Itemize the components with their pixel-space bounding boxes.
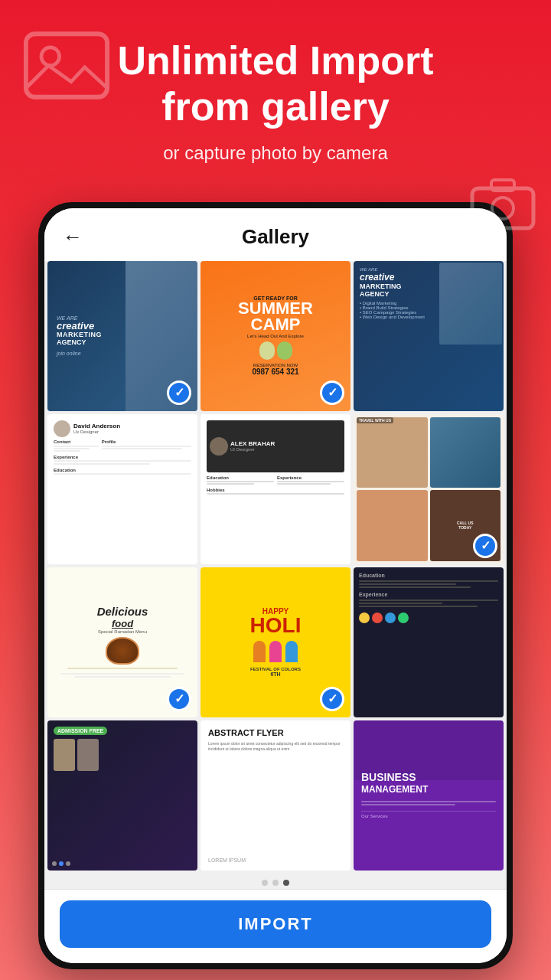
gallery-title: Gallery — [242, 225, 309, 249]
agency-label-1: AGENCY — [57, 338, 86, 346]
holi-figure-2 — [269, 641, 282, 662]
alex-name: ALEX BRAHAR — [230, 440, 275, 447]
david-role: Ux Designer — [73, 430, 120, 434]
svg-rect-0 — [26, 34, 107, 97]
gallery-header: ← Gallery — [44, 208, 507, 261]
bottom-dot-2 — [59, 861, 64, 866]
grid-item-business[interactable]: BUSINESS MANAGEMENT Our Services — [354, 720, 504, 871]
back-button[interactable]: ← — [63, 225, 83, 249]
gallery-grid: WE ARE creative MARKETING AGENCY join on… — [44, 261, 507, 874]
biz-line-2 — [361, 804, 455, 805]
skill-dot-1 — [359, 612, 370, 623]
grid-item-marketing-2[interactable]: WE ARE creative MARKETING AGENCY • Digit… — [354, 261, 504, 411]
resume-line-1 — [359, 580, 498, 582]
experience-label-2: Experience — [277, 475, 344, 480]
import-button[interactable]: IMPORT — [60, 900, 491, 948]
dots-indicator — [44, 874, 507, 889]
phone-inner: ← Gallery WE ARE creative MARKETING AGEN… — [44, 208, 507, 963]
travel-label: TRAVEL WITH US — [357, 417, 393, 423]
camp-label: CAMP — [251, 317, 301, 333]
management-label: MANAGEMENT — [361, 784, 496, 795]
experience-label-1: Experience — [54, 455, 191, 459]
gallery-bg-icon-left — [21, 29, 112, 102]
phone-mockup: ← Gallery WE ARE creative MARKETING AGEN… — [38, 202, 513, 969]
bowl-icon — [106, 637, 139, 665]
resume-line-5 — [359, 603, 442, 604]
dot-1 — [262, 880, 268, 886]
svg-point-1 — [41, 47, 60, 66]
skill-dot-2 — [372, 612, 383, 623]
resume-line-2 — [359, 583, 456, 585]
special-label: Special Ramadan Menu — [98, 629, 147, 634]
dot-2 — [272, 880, 279, 886]
grid-item-food[interactable]: Delicious food Special Ramadan Menu ✓ — [47, 567, 197, 717]
services-label: Our Services — [361, 811, 496, 818]
creative-label-1: creative — [57, 321, 94, 331]
lets-label: Let's Head Out And Explore — [247, 334, 304, 338]
avatar-alex — [210, 437, 228, 456]
hobbies-label: Hobbies — [207, 488, 344, 492]
bottom-dot-3 — [66, 861, 70, 866]
holi-label: HOLI — [250, 616, 302, 636]
business-label: BUSINESS — [361, 772, 496, 783]
resume-line-3 — [359, 586, 471, 588]
education-label-1: Education — [54, 468, 191, 472]
experience-label-3: Experience — [359, 592, 498, 597]
biz-line-1 — [361, 801, 496, 802]
figure-1 — [259, 341, 275, 360]
food-line-1 — [60, 673, 184, 675]
grid-item-summer[interactable]: GET READY FOR SUMMER CAMP Let's Head Out… — [201, 261, 350, 411]
contact-label: Contact — [54, 439, 99, 444]
grid-item-profile-david[interactable]: David Anderson Ux Designer Contact Prof — [47, 414, 197, 564]
bottom-dot-1 — [52, 861, 57, 866]
resume-line-4 — [359, 599, 498, 601]
phone-label: 0987 654 321 — [252, 368, 298, 376]
skill-dot-3 — [385, 612, 396, 623]
figure-2 — [277, 341, 292, 360]
food-label: food — [112, 618, 133, 629]
delicious-label: Delicious — [97, 606, 148, 619]
education-label-2: Education — [207, 475, 274, 480]
join-label: join online — [57, 351, 81, 356]
marketing-label-1: MARKETING — [57, 331, 102, 338]
skill-dot-4 — [398, 612, 409, 623]
person-silhouette-2 — [77, 739, 99, 771]
education-label-3: Education — [359, 573, 498, 578]
avatar-david — [54, 420, 70, 437]
top-section: Unlimited Import from gallery or capture… — [0, 0, 551, 187]
david-name: David Anderson — [73, 423, 120, 430]
abstract-lorem: LOREM IPSUM — [208, 858, 343, 863]
grid-item-resume[interactable]: Education Experience — [354, 567, 504, 717]
person-photo-2 — [439, 263, 502, 345]
check-badge-2: ✓ — [320, 381, 344, 405]
sixth-label: 6TH — [270, 671, 280, 677]
resume-line-6 — [359, 606, 478, 607]
grid-item-marketing-1[interactable]: WE ARE creative MARKETING AGENCY join on… — [47, 261, 197, 411]
top-subtitle: or capture photo by camera — [31, 142, 520, 164]
grid-item-profile-alex[interactable]: ALEX BRAHAR UI Designer Education Experi… — [201, 414, 350, 564]
grid-item-travel[interactable]: CALL USTODAY TRAVEL WITH US ✓ — [354, 414, 504, 564]
check-badge-6: ✓ — [473, 534, 497, 558]
check-badge-7: ✓ — [167, 687, 191, 711]
person-silhouette-1 — [54, 739, 75, 771]
food-divider — [67, 668, 178, 669]
grid-item-admission[interactable]: ADMISSION FREE — [47, 720, 197, 871]
import-btn-container: IMPORT — [44, 889, 507, 963]
food-line-2 — [74, 676, 171, 678]
abstract-title: ABSTRACT FLYER — [208, 728, 343, 738]
holi-figure-1 — [253, 641, 266, 662]
free-badge: ADMISSION FREE — [54, 727, 107, 735]
check-badge-1: ✓ — [167, 381, 191, 405]
profile-label: Profile — [102, 439, 191, 444]
check-badge-8: ✓ — [320, 687, 344, 711]
dot-3 — [283, 880, 289, 886]
travel-img-1 — [357, 417, 428, 488]
grid-item-abstract[interactable]: ABSTRACT FLYER Lorem ipsum dolor sit ame… — [201, 720, 350, 871]
travel-img-2 — [430, 417, 501, 488]
abstract-body: Lorem ipsum dolor sit amet consectetur a… — [208, 741, 343, 854]
alex-role: UI Designer — [230, 447, 275, 452]
grid-item-holi[interactable]: HAPPY HOLI FESTIVAL OF COLORS 6TH ✓ — [201, 567, 350, 717]
travel-img-3 — [357, 490, 428, 561]
holi-figure-3 — [285, 641, 298, 662]
